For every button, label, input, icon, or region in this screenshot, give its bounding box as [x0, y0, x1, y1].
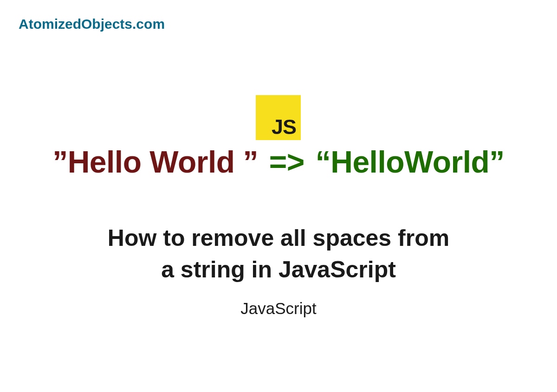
title-line-1: How to remove all spaces from [108, 225, 449, 251]
code-arrow-text: => [269, 145, 304, 179]
article-title: How to remove all spaces from a string i… [0, 223, 557, 285]
code-after-text: “HelloWorld” [316, 145, 505, 179]
code-example: ”Hello World ” => “HelloWorld” [0, 144, 557, 180]
category-label: JavaScript [0, 299, 557, 318]
site-logo[interactable]: AtomizedObjects.com [19, 16, 165, 32]
title-line-2: a string in JavaScript [161, 257, 396, 283]
js-badge-icon: JS [256, 95, 301, 140]
code-before-text: ”Hello World ” [52, 145, 258, 179]
js-badge-label: JS [272, 116, 296, 137]
